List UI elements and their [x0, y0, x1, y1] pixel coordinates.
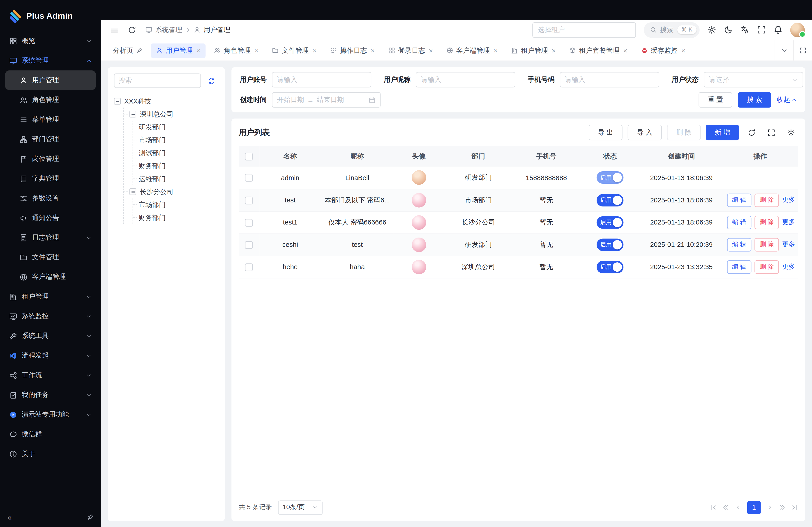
row-checkbox[interactable]: [245, 263, 253, 271]
status-toggle[interactable]: 启用: [597, 171, 623, 184]
sidebar-item-department-management[interactable]: 部门管理: [5, 130, 96, 149]
delete-button[interactable]: 删 除: [754, 215, 779, 229]
tree-node[interactable]: 市场部门: [133, 198, 219, 211]
sidebar-item-menu-management[interactable]: 菜单管理: [5, 110, 96, 130]
more-button[interactable]: 更多: [782, 196, 795, 203]
sidebar-item-client-management[interactable]: 客户端管理: [5, 267, 96, 287]
close-icon[interactable]: ×: [681, 47, 685, 54]
tree-node[interactable]: 深圳总公司: [124, 108, 219, 121]
row-checkbox[interactable]: [245, 174, 253, 182]
tree-node[interactable]: 测试部门: [133, 147, 219, 160]
refresh-icon[interactable]: [126, 24, 138, 36]
batch-delete-button[interactable]: 删 除: [667, 125, 701, 140]
language-icon[interactable]: [740, 25, 749, 34]
close-icon[interactable]: ×: [494, 47, 498, 54]
global-search-button[interactable]: 搜索 ⌘ K: [643, 22, 700, 37]
tab-login-log[interactable]: 登录日志×: [383, 43, 438, 58]
tab-tenant-management[interactable]: 租户管理×: [506, 43, 561, 58]
table-row[interactable]: adminLinaBell研发部门15888888888启用2025-01-13…: [238, 167, 798, 189]
user-avatar[interactable]: [791, 22, 805, 37]
tree-node[interactable]: XXX科技: [114, 95, 219, 107]
collapse-icon[interactable]: [129, 189, 136, 195]
bell-icon[interactable]: [774, 25, 782, 34]
current-page[interactable]: 1: [747, 501, 761, 514]
import-button[interactable]: 导 入: [628, 125, 662, 140]
tab-fullscreen-icon[interactable]: [793, 40, 812, 61]
more-button[interactable]: 更多: [782, 241, 795, 248]
sidebar-item-workflow[interactable]: 工作流: [5, 365, 96, 385]
export-button[interactable]: 导 出: [589, 125, 623, 140]
collapse-icon[interactable]: [129, 111, 136, 118]
gear-icon[interactable]: [707, 25, 716, 34]
table-row[interactable]: ceshitest研发部门暂无启用2025-01-21 10:20:39编 辑删…: [238, 233, 798, 256]
tab-client-management[interactable]: 客户端管理×: [441, 43, 503, 58]
tree-node[interactable]: 财务部门: [133, 211, 219, 224]
close-icon[interactable]: ×: [429, 47, 433, 54]
phone-input[interactable]: 请输入: [560, 72, 659, 88]
dark-mode-icon[interactable]: [724, 25, 733, 34]
edit-button[interactable]: 编 辑: [727, 238, 752, 251]
more-button[interactable]: 更多: [782, 219, 795, 226]
next-group-icon[interactable]: [779, 504, 786, 511]
collapse-sidebar-button[interactable]: «: [7, 513, 12, 522]
delete-button[interactable]: 删 除: [754, 193, 779, 207]
tree-node[interactable]: 财务部门: [133, 160, 219, 172]
sidebar-item-post-management[interactable]: 岗位管理: [5, 149, 96, 169]
status-toggle[interactable]: 启用: [597, 238, 623, 251]
row-checkbox[interactable]: [245, 196, 253, 204]
status-toggle[interactable]: 启用: [597, 260, 623, 273]
row-checkbox[interactable]: [245, 241, 253, 249]
close-icon[interactable]: ×: [551, 47, 556, 54]
prev-group-icon[interactable]: [723, 504, 729, 511]
sidebar-item-about[interactable]: 关于: [5, 444, 96, 464]
sidebar-item-system-management[interactable]: 系统管理: [5, 51, 96, 70]
fullscreen-icon[interactable]: [757, 25, 766, 34]
sidebar-item-file-management[interactable]: 文件管理: [5, 247, 96, 267]
tree-node[interactable]: 研发部门: [133, 121, 219, 133]
table-row[interactable]: test本部门及以下 密码6...市场部门暂无启用2025-01-13 18:0…: [238, 189, 798, 211]
pin-sidebar-icon[interactable]: [87, 514, 94, 521]
tab-operation-log[interactable]: 操作日志×: [325, 43, 380, 58]
tab-analysis[interactable]: 分析页: [108, 43, 148, 58]
collapse-icon[interactable]: [114, 98, 121, 105]
sidebar-item-log-management[interactable]: 日志管理: [5, 228, 96, 247]
add-button[interactable]: 新 增: [706, 125, 739, 140]
sidebar-item-user-management[interactable]: 用户管理: [5, 70, 96, 90]
collapse-filters-link[interactable]: 收起: [777, 95, 797, 104]
sidebar-item-notice[interactable]: 通知公告: [5, 208, 96, 228]
sidebar-item-overview[interactable]: 概览: [5, 31, 96, 51]
tab-role-management[interactable]: 角色管理×: [209, 43, 264, 58]
tab-user-management[interactable]: 用户管理×: [151, 43, 206, 58]
close-icon[interactable]: ×: [371, 47, 375, 54]
tree-node[interactable]: 市场部门: [133, 133, 219, 146]
close-icon[interactable]: ×: [196, 47, 201, 54]
row-checkbox[interactable]: [245, 219, 253, 226]
delete-button[interactable]: 删 除: [754, 238, 779, 251]
sidebar-item-demo-features[interactable]: 演示站专用功能: [5, 405, 96, 424]
last-page-icon[interactable]: [791, 504, 798, 511]
account-input[interactable]: 请输入: [272, 72, 371, 88]
sidebar-item-system-monitor[interactable]: 系统监控: [5, 306, 96, 326]
sidebar-item-tenant-management[interactable]: 租户管理: [5, 287, 96, 306]
tenant-select[interactable]: 选择租户: [532, 22, 636, 37]
table-settings-icon[interactable]: [784, 125, 798, 140]
delete-button[interactable]: 删 除: [754, 260, 779, 274]
close-icon[interactable]: ×: [313, 47, 317, 54]
status-toggle[interactable]: 启用: [597, 216, 623, 229]
search-button[interactable]: 搜 索: [738, 92, 771, 108]
tab-file-management[interactable]: 文件管理×: [267, 43, 322, 58]
edit-button[interactable]: 编 辑: [727, 193, 752, 207]
prev-page-icon[interactable]: [735, 504, 742, 511]
tab-options-icon[interactable]: [775, 40, 794, 61]
nickname-input[interactable]: 请输入: [416, 72, 516, 88]
tree-search-input[interactable]: 搜索: [114, 74, 201, 88]
tree-node[interactable]: 运维部门: [133, 172, 219, 185]
sidebar-item-system-tools[interactable]: 系统工具: [5, 326, 96, 346]
close-icon[interactable]: ×: [623, 47, 627, 54]
next-page-icon[interactable]: [766, 504, 773, 511]
status-toggle[interactable]: 启用: [597, 194, 623, 206]
table-row[interactable]: hehehaha深圳总公司暂无启用2025-01-23 13:32:35编 辑删…: [238, 256, 798, 278]
sidebar-item-wechat-group[interactable]: 微信群: [5, 424, 96, 444]
status-select[interactable]: 请选择: [704, 72, 803, 88]
edit-button[interactable]: 编 辑: [727, 260, 752, 274]
